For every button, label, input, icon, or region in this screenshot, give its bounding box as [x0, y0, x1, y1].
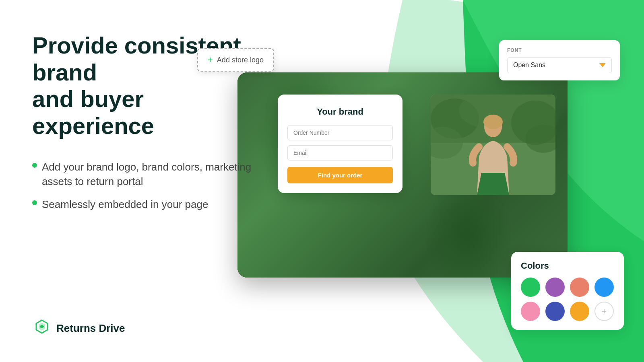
- add-logo-card[interactable]: + Add store logo: [197, 48, 274, 72]
- bullet-dot-1: [32, 163, 37, 168]
- bullet-list: Add your brand logo, brand colors, marke…: [32, 160, 266, 212]
- font-select-value: Open Sans: [513, 62, 545, 69]
- add-color-button[interactable]: +: [594, 302, 614, 321]
- bullet-dot-2: [32, 200, 37, 205]
- person-silhouette: [431, 95, 555, 195]
- bullet-text-2: Seamlessly embedded in your page: [42, 197, 208, 212]
- svg-point-9: [483, 115, 503, 129]
- bullet-text-1: Add your brand logo, brand colors, marke…: [42, 160, 266, 189]
- add-logo-label: Add store logo: [217, 56, 264, 64]
- color-dot-blue[interactable]: [594, 278, 614, 297]
- color-dot-dark-blue[interactable]: [545, 302, 565, 321]
- returns-drive-icon: [32, 319, 52, 338]
- colors-card-title: Colors: [521, 261, 614, 271]
- brand-form-title: Your brand: [287, 107, 393, 117]
- brand-logo: Returns Drive: [32, 319, 125, 338]
- svg-rect-10: [481, 173, 505, 195]
- color-dot-purple[interactable]: [545, 278, 565, 297]
- brand-form-card: Your brand Find your order: [278, 95, 402, 193]
- colors-grid: +: [521, 278, 614, 321]
- heading-line2: and buyer experience: [32, 86, 154, 139]
- brand-name: Returns Drive: [56, 322, 125, 335]
- add-logo-plus-icon: +: [208, 55, 213, 65]
- font-select-arrow-icon: [599, 63, 606, 67]
- find-order-button[interactable]: Find your order: [287, 167, 393, 183]
- color-dot-green[interactable]: [521, 278, 540, 297]
- device-mockup: Your brand Find your order: [237, 72, 568, 278]
- color-dot-pink[interactable]: [521, 302, 540, 321]
- font-card-label: FONT: [507, 47, 612, 53]
- color-dot-coral[interactable]: [570, 278, 589, 297]
- fashion-image: [431, 95, 555, 195]
- colors-card: Colors +: [511, 252, 624, 330]
- device-screen: Your brand Find your order: [237, 72, 568, 278]
- bullet-item-1: Add your brand logo, brand colors, marke…: [32, 160, 266, 189]
- email-input[interactable]: [287, 145, 393, 160]
- font-card: FONT Open Sans: [499, 40, 620, 80]
- font-select[interactable]: Open Sans: [507, 57, 612, 73]
- order-number-input[interactable]: [287, 125, 393, 140]
- bullet-item-2: Seamlessly embedded in your page: [32, 197, 266, 212]
- color-dot-orange[interactable]: [570, 302, 589, 321]
- svg-point-0: [40, 325, 43, 328]
